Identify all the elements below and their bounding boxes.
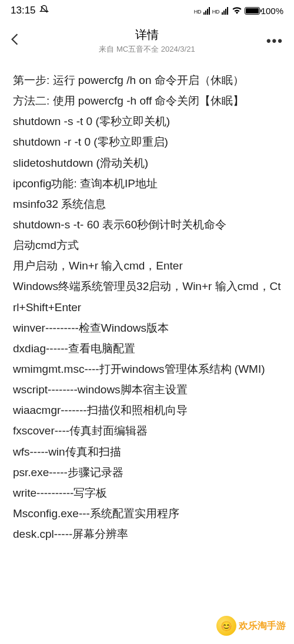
content-line: wiaacmgr-------扫描仪和照相机向导 — [13, 400, 281, 420]
back-button[interactable] — [11, 32, 28, 50]
content-line: 方法二: 使用 powercfg -h off 命令关闭【休眠】 — [13, 90, 281, 111]
content-line: desk.cpl-----屏幕分辨率 — [13, 524, 281, 544]
signal-1: HD — [194, 7, 210, 15]
status-left: 13:15 — [11, 5, 49, 17]
content-line: Msconfig.exe---系统配置实用程序 — [13, 503, 281, 524]
page-header: 详情 来自 MC五音不全 2024/3/21 ••• — [0, 21, 294, 59]
page-title: 详情 — [28, 27, 266, 43]
content-line: write----------写字板 — [13, 483, 281, 503]
content-line: wscript--------windows脚本宿主设置 — [13, 379, 281, 400]
more-button[interactable]: ••• — [266, 33, 283, 49]
watermark: 😊 欢乐淘手游 — [216, 616, 286, 636]
content-line: ipconfig功能: 查询本机IP地址 — [13, 173, 281, 194]
notification-mute-icon — [39, 5, 49, 17]
wifi-icon — [232, 6, 242, 16]
signal-2: HD — [212, 7, 228, 15]
content-line: psr.exe-----步骤记录器 — [13, 462, 281, 483]
content-line: wfs-----win传真和扫描 — [13, 441, 281, 462]
page-subtitle: 来自 MC五音不全 2024/3/21 — [28, 44, 266, 55]
content-line: shutdown-s -t- 60 表示60秒倒计时关机命令 — [13, 214, 281, 235]
status-time: 13:15 — [11, 5, 36, 16]
content-line: 启动cmd方式 — [13, 235, 281, 255]
battery-icon — [245, 7, 260, 15]
content-line: slidetoshutdown (滑动关机) — [13, 153, 281, 173]
content-line: fxscover----传真封面编辑器 — [13, 420, 281, 441]
content-line: wmimgmt.msc----打开windows管理体系结构 (WMI) — [13, 359, 281, 379]
battery-percent: 100% — [261, 6, 283, 16]
battery-indicator: 100% — [245, 6, 283, 16]
header-center: 详情 来自 MC五音不全 2024/3/21 — [28, 27, 266, 55]
content-line: 第一步: 运行 powercfg /h on 命令开启（休眠） — [13, 70, 281, 90]
content-line: dxdiag------查看电脑配置 — [13, 338, 281, 359]
content-line: Windows终端系统管理员32启动，Win+r 输入cmd，Ctrl+Shif… — [13, 276, 281, 317]
status-bar: 13:15 HD HD — [0, 0, 294, 21]
content-line: winver---------检查Windows版本 — [13, 318, 281, 338]
content-line: shutdown -r -t 0 (零秒立即重启) — [13, 132, 281, 152]
content-line: msinfo32 系统信息 — [13, 194, 281, 214]
watermark-icon: 😊 — [216, 616, 236, 636]
content-line: shutdown -s -t 0 (零秒立即关机) — [13, 111, 281, 132]
article-content: 第一步: 运行 powercfg /h on 命令开启（休眠） 方法二: 使用 … — [0, 59, 294, 555]
content-line: 用户启动，Win+r 输入cmd，Enter — [13, 255, 281, 276]
status-right: HD HD 100% — [194, 6, 283, 16]
watermark-text: 欢乐淘手游 — [239, 620, 286, 632]
